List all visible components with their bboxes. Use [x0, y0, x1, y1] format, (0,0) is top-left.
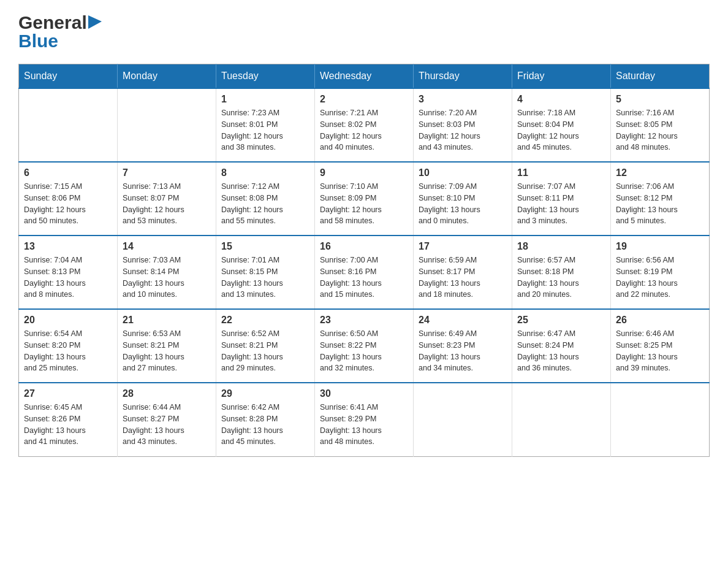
day-info: Sunrise: 6:59 AM Sunset: 8:17 PM Dayligh…: [419, 255, 507, 301]
day-info: Sunrise: 7:18 AM Sunset: 8:04 PM Dayligh…: [517, 107, 605, 153]
day-number: 19: [616, 241, 704, 252]
day-info: Sunrise: 6:44 AM Sunset: 8:27 PM Dayligh…: [123, 402, 211, 448]
day-number: 23: [320, 315, 408, 326]
day-number: 20: [24, 315, 112, 326]
calendar-day-cell-20: 20Sunrise: 6:54 AM Sunset: 8:20 PM Dayli…: [19, 309, 118, 383]
calendar-day-cell-10: 10Sunrise: 7:09 AM Sunset: 8:10 PM Dayli…: [414, 162, 512, 236]
calendar-day-cell-28: 28Sunrise: 6:44 AM Sunset: 8:27 PM Dayli…: [118, 383, 216, 456]
calendar-day-cell-3: 3Sunrise: 7:20 AM Sunset: 8:03 PM Daylig…: [414, 88, 512, 162]
calendar-day-cell-29: 29Sunrise: 6:42 AM Sunset: 8:28 PM Dayli…: [216, 383, 315, 456]
calendar-table: SundayMondayTuesdayWednesdayThursdayFrid…: [18, 64, 710, 457]
logo: General Blue: [18, 12, 102, 52]
calendar-day-cell-16: 16Sunrise: 7:00 AM Sunset: 8:16 PM Dayli…: [315, 236, 414, 309]
day-info: Sunrise: 6:52 AM Sunset: 8:21 PM Dayligh…: [221, 328, 309, 374]
weekday-header-sunday: Sunday: [19, 64, 118, 89]
day-info: Sunrise: 6:42 AM Sunset: 8:28 PM Dayligh…: [221, 402, 309, 448]
calendar-day-cell-24: 24Sunrise: 6:49 AM Sunset: 8:23 PM Dayli…: [414, 309, 512, 383]
weekday-header-monday: Monday: [118, 64, 216, 89]
day-info: Sunrise: 7:16 AM Sunset: 8:05 PM Dayligh…: [616, 107, 704, 153]
calendar-day-cell-18: 18Sunrise: 6:57 AM Sunset: 8:18 PM Dayli…: [512, 236, 611, 309]
day-number: 17: [419, 241, 507, 252]
calendar-day-cell-19: 19Sunrise: 6:56 AM Sunset: 8:19 PM Dayli…: [611, 236, 710, 309]
calendar-day-cell-11: 11Sunrise: 7:07 AM Sunset: 8:11 PM Dayli…: [512, 162, 611, 236]
day-info: Sunrise: 7:00 AM Sunset: 8:16 PM Dayligh…: [320, 255, 408, 301]
calendar-empty-cell: [512, 383, 611, 456]
day-number: 11: [517, 167, 605, 178]
calendar-day-cell-8: 8Sunrise: 7:12 AM Sunset: 8:08 PM Daylig…: [216, 162, 315, 236]
calendar-day-cell-15: 15Sunrise: 7:01 AM Sunset: 8:15 PM Dayli…: [216, 236, 315, 309]
day-number: 1: [221, 94, 309, 105]
calendar-empty-cell: [118, 88, 216, 162]
day-info: Sunrise: 7:21 AM Sunset: 8:02 PM Dayligh…: [320, 107, 408, 153]
svg-marker-0: [88, 15, 102, 29]
weekday-header-saturday: Saturday: [611, 64, 710, 89]
day-info: Sunrise: 6:56 AM Sunset: 8:19 PM Dayligh…: [616, 255, 704, 301]
day-info: Sunrise: 6:57 AM Sunset: 8:18 PM Dayligh…: [517, 255, 605, 301]
weekday-header-tuesday: Tuesday: [216, 64, 315, 89]
day-info: Sunrise: 7:23 AM Sunset: 8:01 PM Dayligh…: [221, 107, 309, 153]
day-info: Sunrise: 7:09 AM Sunset: 8:10 PM Dayligh…: [419, 181, 507, 227]
calendar-day-cell-30: 30Sunrise: 6:41 AM Sunset: 8:29 PM Dayli…: [315, 383, 414, 456]
day-info: Sunrise: 7:03 AM Sunset: 8:14 PM Dayligh…: [123, 255, 211, 301]
day-info: Sunrise: 7:13 AM Sunset: 8:07 PM Dayligh…: [123, 181, 211, 227]
weekday-header-thursday: Thursday: [414, 64, 512, 89]
day-number: 30: [320, 388, 408, 399]
day-number: 7: [123, 167, 211, 178]
calendar-week-row: 1Sunrise: 7:23 AM Sunset: 8:01 PM Daylig…: [19, 88, 710, 162]
weekday-header-wednesday: Wednesday: [315, 64, 414, 89]
day-number: 4: [517, 94, 605, 105]
calendar-empty-cell: [414, 383, 512, 456]
day-info: Sunrise: 6:46 AM Sunset: 8:25 PM Dayligh…: [616, 328, 704, 374]
calendar-day-cell-2: 2Sunrise: 7:21 AM Sunset: 8:02 PM Daylig…: [315, 88, 414, 162]
day-info: Sunrise: 6:49 AM Sunset: 8:23 PM Dayligh…: [419, 328, 507, 374]
calendar-empty-cell: [19, 88, 118, 162]
day-info: Sunrise: 6:53 AM Sunset: 8:21 PM Dayligh…: [123, 328, 211, 374]
calendar-day-cell-25: 25Sunrise: 6:47 AM Sunset: 8:24 PM Dayli…: [512, 309, 611, 383]
logo-blue-text: Blue: [18, 31, 58, 52]
calendar-day-cell-7: 7Sunrise: 7:13 AM Sunset: 8:07 PM Daylig…: [118, 162, 216, 236]
calendar-empty-cell: [611, 383, 710, 456]
calendar-week-row: 13Sunrise: 7:04 AM Sunset: 8:13 PM Dayli…: [19, 236, 710, 309]
calendar-day-cell-14: 14Sunrise: 7:03 AM Sunset: 8:14 PM Dayli…: [118, 236, 216, 309]
calendar-day-cell-6: 6Sunrise: 7:15 AM Sunset: 8:06 PM Daylig…: [19, 162, 118, 236]
calendar-day-cell-12: 12Sunrise: 7:06 AM Sunset: 8:12 PM Dayli…: [611, 162, 710, 236]
day-info: Sunrise: 6:50 AM Sunset: 8:22 PM Dayligh…: [320, 328, 408, 374]
day-info: Sunrise: 6:41 AM Sunset: 8:29 PM Dayligh…: [320, 402, 408, 448]
calendar-day-cell-9: 9Sunrise: 7:10 AM Sunset: 8:09 PM Daylig…: [315, 162, 414, 236]
calendar-day-cell-5: 5Sunrise: 7:16 AM Sunset: 8:05 PM Daylig…: [611, 88, 710, 162]
page-header: General Blue: [18, 12, 710, 52]
day-number: 25: [517, 315, 605, 326]
logo-arrow-icon: [88, 15, 102, 29]
day-number: 13: [24, 241, 112, 252]
day-info: Sunrise: 7:06 AM Sunset: 8:12 PM Dayligh…: [616, 181, 704, 227]
day-info: Sunrise: 7:20 AM Sunset: 8:03 PM Dayligh…: [419, 107, 507, 153]
day-number: 27: [24, 388, 112, 399]
day-number: 21: [123, 315, 211, 326]
day-number: 22: [221, 315, 309, 326]
day-number: 29: [221, 388, 309, 399]
day-number: 10: [419, 167, 507, 178]
day-info: Sunrise: 6:54 AM Sunset: 8:20 PM Dayligh…: [24, 328, 112, 374]
day-info: Sunrise: 7:04 AM Sunset: 8:13 PM Dayligh…: [24, 255, 112, 301]
day-number: 28: [123, 388, 211, 399]
calendar-day-cell-17: 17Sunrise: 6:59 AM Sunset: 8:17 PM Dayli…: [414, 236, 512, 309]
day-number: 5: [616, 94, 704, 105]
calendar-day-cell-27: 27Sunrise: 6:45 AM Sunset: 8:26 PM Dayli…: [19, 383, 118, 456]
day-number: 16: [320, 241, 408, 252]
calendar-day-cell-21: 21Sunrise: 6:53 AM Sunset: 8:21 PM Dayli…: [118, 309, 216, 383]
calendar-day-cell-4: 4Sunrise: 7:18 AM Sunset: 8:04 PM Daylig…: [512, 88, 611, 162]
calendar-week-row: 27Sunrise: 6:45 AM Sunset: 8:26 PM Dayli…: [19, 383, 710, 456]
calendar-week-row: 20Sunrise: 6:54 AM Sunset: 8:20 PM Dayli…: [19, 309, 710, 383]
logo-general-text: General: [18, 12, 87, 33]
day-number: 14: [123, 241, 211, 252]
day-info: Sunrise: 6:45 AM Sunset: 8:26 PM Dayligh…: [24, 402, 112, 448]
calendar-day-cell-22: 22Sunrise: 6:52 AM Sunset: 8:21 PM Dayli…: [216, 309, 315, 383]
calendar-day-cell-1: 1Sunrise: 7:23 AM Sunset: 8:01 PM Daylig…: [216, 88, 315, 162]
day-number: 15: [221, 241, 309, 252]
day-info: Sunrise: 7:01 AM Sunset: 8:15 PM Dayligh…: [221, 255, 309, 301]
day-number: 9: [320, 167, 408, 178]
day-number: 6: [24, 167, 112, 178]
day-number: 24: [419, 315, 507, 326]
day-info: Sunrise: 7:12 AM Sunset: 8:08 PM Dayligh…: [221, 181, 309, 227]
day-info: Sunrise: 7:10 AM Sunset: 8:09 PM Dayligh…: [320, 181, 408, 227]
